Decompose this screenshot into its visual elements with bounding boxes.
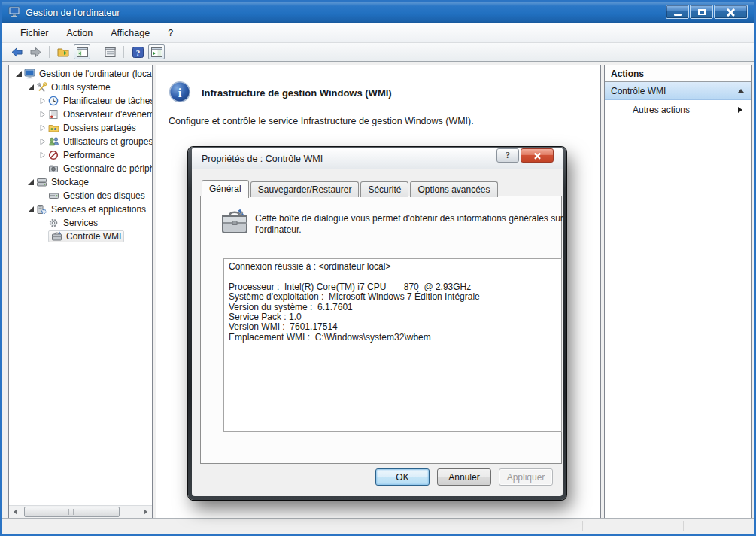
computer-icon [24, 69, 37, 79]
tab-sauvegarder-restaurer[interactable]: Sauvegarder/Restaurer [250, 181, 360, 197]
local-users-groups-icon [48, 136, 61, 147]
help-button[interactable]: ? [129, 44, 146, 59]
cancel-button[interactable]: Annuler [437, 468, 491, 486]
expanded-arrow-icon[interactable] [28, 179, 34, 185]
export-list-button[interactable] [55, 44, 71, 59]
tree-item-performance[interactable]: Performance [9, 148, 152, 162]
app-icon [8, 6, 20, 20]
tree-item-planificateur[interactable]: Planificateur de tâches [9, 94, 152, 108]
tree-item-label: Services et applications [51, 204, 146, 215]
tree-item-computer-management[interactable]: Gestion de l'ordinateur (local) [9, 67, 152, 81]
close-button[interactable] [714, 5, 748, 19]
disk-management-icon [48, 190, 61, 201]
tab-options-avancees[interactable]: Options avancées [410, 181, 497, 197]
device-manager-icon [48, 163, 61, 174]
menu-help[interactable]: ? [159, 26, 182, 41]
scrollbar-grip-icon [68, 509, 75, 515]
tree-item-observateur[interactable]: Observateur d'événeme [9, 108, 152, 121]
dialog-close-button[interactable] [521, 148, 554, 163]
toolbar: ? [2, 43, 754, 62]
scroll-left-arrow[interactable] [9, 506, 22, 518]
tree-item-dossiers-partages[interactable]: Dossiers partagés [9, 121, 152, 135]
menu-action[interactable]: Action [58, 26, 102, 41]
task-scheduler-icon [48, 96, 61, 106]
apply-button: Appliquer [499, 468, 553, 486]
expanded-arrow-icon[interactable] [16, 71, 22, 77]
actions-header: Actions [605, 65, 751, 82]
info-line-service-pack: Service Pack : 1.0 [229, 312, 557, 322]
status-bar [2, 518, 754, 534]
svg-text:?: ? [135, 47, 140, 56]
minimize-icon [674, 14, 682, 16]
expanded-arrow-icon[interactable] [28, 206, 34, 212]
wmi-pane-description: Configure et contrôle le service Infrast… [169, 116, 474, 126]
toolbar-separator [49, 46, 50, 58]
services-applications-icon [36, 204, 49, 215]
console-tree-panel: Gestion de l'ordinateur (local) Outils s… [8, 65, 153, 519]
info-line-connection: Connexion réussie à : <ordinateur local> [229, 262, 557, 272]
tree-horizontal-scrollbar[interactable] [9, 505, 152, 518]
info-line-os: Système d'exploitation : Microsoft Windo… [229, 292, 557, 302]
system-tools-icon [36, 82, 49, 93]
maximize-button[interactable] [690, 5, 713, 19]
submenu-arrow-icon [738, 107, 742, 113]
collapsed-arrow-icon[interactable] [40, 97, 46, 105]
dialog-help-button[interactable]: ? [496, 148, 519, 163]
show-console-tree-button[interactable] [74, 44, 90, 59]
services-gear-icon [48, 218, 61, 228]
tree-item-label: Gestion de l'ordinateur (local) [39, 69, 152, 79]
actions-group-controle-wmi[interactable]: Contrôle WMI [605, 82, 751, 100]
tab-general[interactable]: Général [202, 180, 249, 198]
tree-item-label: Observateur d'événeme [63, 109, 152, 120]
svg-text:i: i [178, 86, 182, 100]
tree-item-gestionnaire-peripheriques[interactable]: Gestionnaire de périphé [9, 162, 152, 175]
collapsed-arrow-icon[interactable] [40, 124, 46, 132]
forward-arrow-icon [29, 47, 42, 58]
tree-item-label: Outils système [51, 82, 111, 93]
forward-button[interactable] [27, 44, 44, 59]
tree-item-services[interactable]: Services [9, 216, 152, 230]
tree-item-label: Stockage [51, 177, 89, 187]
performance-icon [48, 150, 61, 160]
menu-fichier[interactable]: Fichier [11, 26, 58, 41]
tree-item-gestion-disques[interactable]: Gestion des disques [9, 189, 152, 203]
scrollbar-thumb[interactable] [24, 507, 120, 517]
computer-management-window: Gestion de l'ordinateur Fichier Action A… [0, 0, 756, 536]
actions-item-autres-actions[interactable]: Autres actions [605, 100, 751, 120]
actions-group-label: Contrôle WMI [611, 86, 738, 96]
window-titlebar[interactable]: Gestion de l'ordinateur [2, 2, 754, 23]
help-icon: ? [132, 47, 144, 58]
tree-item-label: Dossiers partagés [63, 123, 136, 133]
info-line-os-version: Version du système : 6.1.7601 [229, 303, 557, 312]
wmi-pane-title: Infrastructure de gestion Windows (WMI) [202, 87, 392, 99]
back-button[interactable] [8, 44, 25, 59]
toolbox-icon [220, 209, 249, 238]
tab-securite[interactable]: Sécurité [360, 181, 408, 197]
tree-item-services-applications[interactable]: Services et applications [9, 203, 152, 216]
status-separator [683, 521, 684, 531]
collapsed-arrow-icon[interactable] [40, 151, 46, 159]
properties-button[interactable] [102, 44, 118, 59]
wmi-control-icon [51, 231, 64, 242]
tree-item-label: Services [63, 218, 98, 228]
tree-item-stockage[interactable]: Stockage [9, 175, 152, 189]
minimize-button[interactable] [666, 5, 689, 19]
toolbar-separator [123, 46, 124, 58]
back-arrow-icon [11, 47, 23, 58]
wmi-info-panel: Connexion réussie à : <ordinateur local>… [223, 258, 562, 432]
shared-folders-icon [48, 123, 61, 133]
tree-item-utilisateurs-groupes[interactable]: Utilisateurs et groupes l [9, 135, 152, 148]
menu-bar: Fichier Action Affichage ? [2, 23, 754, 43]
menu-affichage[interactable]: Affichage [102, 26, 159, 41]
tree-item-controle-wmi[interactable]: Contrôle WMI [9, 230, 152, 243]
collapsed-arrow-icon[interactable] [40, 111, 46, 118]
console-tree: Gestion de l'ordinateur (local) Outils s… [9, 67, 152, 504]
status-separator [582, 521, 583, 531]
collapsed-arrow-icon[interactable] [40, 138, 46, 145]
scroll-right-arrow[interactable] [139, 506, 152, 518]
show-action-pane-button[interactable] [148, 44, 165, 59]
collapse-group-icon[interactable] [738, 89, 744, 93]
expanded-arrow-icon[interactable] [28, 84, 34, 90]
tree-item-outils-systeme[interactable]: Outils système [9, 81, 152, 94]
ok-button[interactable]: OK [375, 468, 430, 486]
